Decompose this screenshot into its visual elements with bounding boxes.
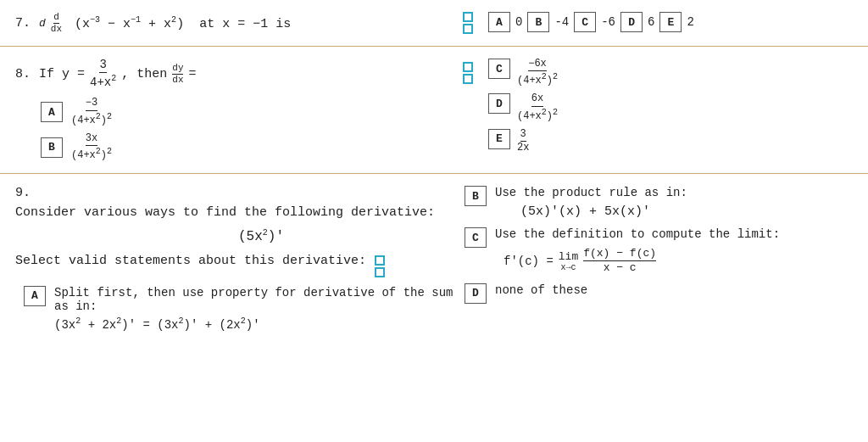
q7-e-label: E xyxy=(659,12,682,32)
q7-a-label: A xyxy=(488,12,510,32)
q9-answer-c-row[interactable]: C Use the definition to compute the limi… xyxy=(465,227,853,275)
q7-number: 7. xyxy=(15,16,31,31)
q7-a-value: 0 xyxy=(515,15,522,29)
q7-bracket-bot xyxy=(463,24,473,34)
q8-right-d[interactable]: D 6x (4+x2)2 xyxy=(488,93,853,121)
q8-d-numer: 6x xyxy=(531,93,543,106)
q8-a-label: A xyxy=(41,102,63,122)
q7-choice-d[interactable]: D 6 xyxy=(620,12,654,32)
q7-choices: A 0 B -4 C -6 D 6 E 2 xyxy=(488,12,853,32)
q9-b-math: (5x)′(x) + 5x(x)′ xyxy=(520,204,687,219)
q8-right: C −6x (4+x2)2 D 6x (4+x2)2 E xyxy=(480,59,853,154)
q7-left: 7. d d dx (x−3 − x−1 + x2) at x = −1 is xyxy=(15,12,456,34)
q8-sub-b[interactable]: B 3x (4+x2)2 xyxy=(41,133,456,161)
q9-c-math: f′(c) = lim x→c f(x) − f(c) x − c xyxy=(504,248,780,275)
q7-choice-b[interactable]: B -4 xyxy=(527,12,569,32)
q8-a-denom: (4+x2)2 xyxy=(71,111,112,126)
q7-c-value: -6 xyxy=(601,15,615,29)
q8-dy-dx: dy dx xyxy=(172,63,183,85)
q8-bracket-top xyxy=(463,62,473,72)
q8-c-label: C xyxy=(488,59,510,79)
q9-b-label: B xyxy=(465,186,487,206)
q8-right-c[interactable]: C −6x (4+x2)2 xyxy=(488,59,853,87)
q9-b-text: Use the product rule as in: xyxy=(495,186,687,199)
q8-left: 8. If y = 3 4+x2 , then dy dx = A xyxy=(15,59,456,161)
q7-derivative-d: d xyxy=(39,17,46,30)
q8-equals: = xyxy=(188,67,196,81)
q8-right-options: C −6x (4+x2)2 D 6x (4+x2)2 E xyxy=(488,59,853,154)
q7-row: 7. d d dx (x−3 − x−1 + x2) at x = −1 is … xyxy=(15,12,853,34)
q9-answer-b-row[interactable]: B Use the product rule as in: (5x)′(x) +… xyxy=(465,186,853,219)
q9-a-text: Split first, then use property for deriv… xyxy=(54,286,456,313)
q7-d-label: D xyxy=(620,12,643,32)
q9-left: 9. Consider various ways to find the fol… xyxy=(15,186,456,331)
q9-bracket-top xyxy=(375,255,385,266)
q7-header: 7. d d dx (x−3 − x−1 + x2) at x = −1 is xyxy=(15,12,456,34)
q8-sub-a[interactable]: A −3 (4+x2)2 xyxy=(41,98,456,126)
q8-c-denom: (4+x2)2 xyxy=(517,71,558,87)
q8-a-frac: −3 (4+x2)2 xyxy=(71,98,112,126)
q9-main-row: 9. Consider various ways to find the fol… xyxy=(15,186,853,331)
q7-e-value: 2 xyxy=(687,15,693,29)
q8-b-numer: 3x xyxy=(86,133,97,146)
q9-d-label: D xyxy=(465,283,487,304)
q9-d-text: none of these xyxy=(495,283,587,297)
q8-c-numer: −6x xyxy=(528,59,547,71)
q9-deriv-expr: (5x2)′ xyxy=(66,228,456,244)
q9-number: 9. xyxy=(15,186,31,200)
q8-right-e[interactable]: E 3 2x xyxy=(488,129,853,154)
q8-d-label: D xyxy=(488,93,510,114)
q9-c-label: C xyxy=(465,227,487,248)
q8-fraction: 3 4+x2 xyxy=(90,59,116,89)
q8-e-label: E xyxy=(488,129,510,149)
q9-a-math: (3x2 + 2x2)′ = (3x2)′ + (2x2)′ xyxy=(54,316,456,332)
q8-frac-denom: 4+x2 xyxy=(90,73,116,89)
q8-then: , then xyxy=(121,67,167,81)
q7-b-value: -4 xyxy=(554,15,569,29)
q8-bracket xyxy=(463,62,473,84)
q7-c-label: C xyxy=(574,12,596,32)
q7-d-value: 6 xyxy=(648,15,654,29)
q8-a-numer: −3 xyxy=(86,98,97,110)
q8-frac-numer: 3 xyxy=(99,59,106,73)
q8-c-frac: −6x (4+x2)2 xyxy=(517,59,558,87)
q9-c-text: Use the definition to compute the limit: xyxy=(495,227,780,241)
q8-d-frac: 6x (4+x2)2 xyxy=(517,93,558,121)
q8-if: If y = xyxy=(39,67,85,81)
q7-right: A 0 B -4 C -6 D 6 E 2 xyxy=(480,12,853,32)
q7-choice-e[interactable]: E 2 xyxy=(659,12,693,32)
q8-d-denom: (4+x2)2 xyxy=(517,107,558,122)
q9-answer-a-row[interactable]: A Split first, then use property for der… xyxy=(24,286,456,332)
q9-answer-d-row[interactable]: D none of these xyxy=(465,283,853,304)
q8-e-frac: 3 2x xyxy=(517,129,529,154)
q8-number: 8. xyxy=(15,67,31,81)
question-7: 7. d d dx (x−3 − x−1 + x2) at x = −1 is … xyxy=(0,0,868,47)
q8-e-denom: 2x xyxy=(517,142,529,154)
q9-bracket-bot xyxy=(375,267,385,277)
question-9: 9. Consider various ways to find the fol… xyxy=(0,174,868,343)
q9-right: B Use the product rule as in: (5x)′(x) +… xyxy=(456,186,853,304)
q9-c-content: Use the definition to compute the limit:… xyxy=(495,227,780,275)
q7-bracket-top xyxy=(463,12,473,22)
q7-b-label: B xyxy=(527,12,549,32)
q8-b-frac: 3x (4+x2)2 xyxy=(71,133,112,161)
q8-b-denom: (4+x2)2 xyxy=(71,146,112,161)
q7-fraction: d dx xyxy=(51,12,62,34)
q7-expr: (x−3 − x−1 + x2) at x = −1 is xyxy=(67,15,291,31)
q8-bracket-bot xyxy=(463,74,473,84)
q8-header: 8. If y = 3 4+x2 , then dy dx = xyxy=(15,59,456,89)
q9-d-content: none of these xyxy=(495,283,587,298)
q9-stmt: Consider various ways to find the follow… xyxy=(15,205,435,220)
q8-b-label: B xyxy=(41,137,63,158)
q7-choice-a[interactable]: A 0 xyxy=(488,12,522,32)
q8-sub-answers: A −3 (4+x2)2 B 3x (4+x2)2 xyxy=(41,98,456,161)
q8-row: 8. If y = 3 4+x2 , then dy dx = A xyxy=(15,59,853,161)
q8-e-numer: 3 xyxy=(520,129,526,142)
q9-header: 9. Consider various ways to find the fol… xyxy=(15,186,456,220)
q7-bracket xyxy=(463,12,473,34)
q7-choice-c[interactable]: C -6 xyxy=(574,12,615,32)
q9-select-text: Select valid statements about this deriv… xyxy=(15,254,366,268)
q9-b-content: Use the product rule as in: (5x)′(x) + 5… xyxy=(495,186,687,219)
q9-bracket xyxy=(375,255,385,277)
q9-a-content: Split first, then use property for deriv… xyxy=(54,286,456,332)
